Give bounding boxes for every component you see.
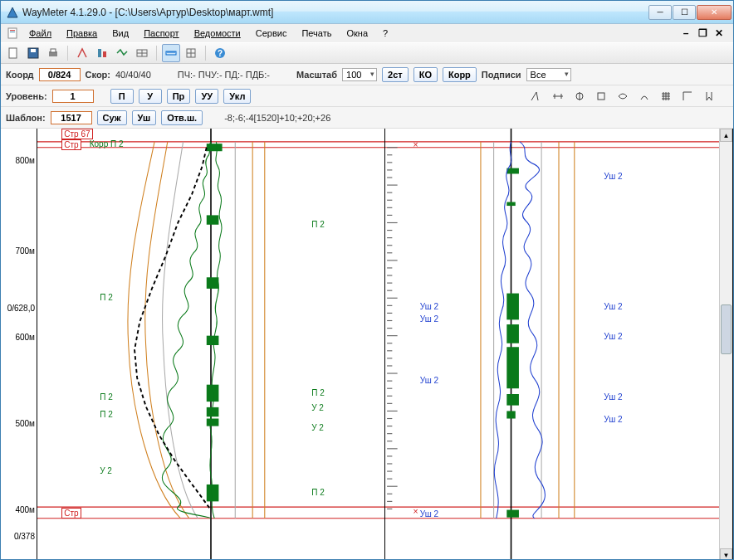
minimize-button[interactable]: ─: [648, 5, 672, 20]
svg-rect-9: [103, 51, 106, 57]
y-axis: 800м700м0/628,0600м500м400м0/378: [1, 129, 37, 560]
new-icon[interactable]: [4, 44, 22, 62]
btn-korr[interactable]: Корр: [443, 67, 477, 82]
btn-ko[interactable]: КО: [413, 67, 438, 82]
chart-annotation: Уш 2: [604, 172, 622, 181]
koord-value[interactable]: 0/824: [39, 68, 81, 81]
chart-annotation: У 2: [100, 466, 112, 475]
tmpl-value[interactable]: 1517: [51, 111, 92, 124]
save-icon[interactable]: [24, 44, 42, 62]
btn-2st[interactable]: 2ст: [382, 67, 409, 82]
btn-pr[interactable]: Пр: [167, 89, 191, 104]
chart-annotation: П 2: [100, 392, 113, 402]
svg-rect-8: [98, 49, 101, 57]
row2-tool-4-icon[interactable]: [592, 87, 610, 105]
tool-c[interactable]: [113, 44, 131, 62]
scale-combo[interactable]: 100: [342, 68, 377, 81]
podpisi-label: Подписи: [482, 70, 521, 80]
chart-annotation: Уш 2: [420, 509, 438, 519]
row2-tool-5-icon[interactable]: [614, 87, 632, 105]
tool-a[interactable]: [73, 44, 91, 62]
btn-p[interactable]: П: [110, 89, 134, 104]
btn-otvsh[interactable]: Отв.ш.: [161, 110, 203, 125]
skor-label: Скор:: [86, 70, 110, 80]
scroll-up-button[interactable]: ▲: [720, 129, 732, 142]
row2-tool-6-icon[interactable]: [635, 87, 653, 105]
row2-tool-3-icon[interactable]: [570, 87, 589, 105]
mdi-restore[interactable]: ❐: [697, 27, 708, 39]
btn-ush[interactable]: Уш: [132, 110, 157, 125]
params-row-1: Коорд 0/824 Скор: 40/40/40 ПЧ:- ПЧУ:- ПД…: [1, 64, 733, 85]
params-row-3: Шаблон: 1517 Суж Уш Отв.ш. -8;-6;-4[1520…: [1, 107, 733, 129]
doc-icon[interactable]: [4, 26, 21, 41]
window-title: WayMeter 4.1.29.0 - [C:\Users\Артур\Desk…: [22, 7, 648, 18]
svg-rect-0: [8, 28, 17, 38]
vertical-scrollbar[interactable]: ▲ ▼: [719, 129, 732, 560]
maximize-button[interactable]: ☐: [673, 5, 696, 20]
podpisi-combo[interactable]: Все: [526, 68, 571, 81]
left-plot: [37, 129, 384, 560]
chart-annotation: П 2: [311, 488, 325, 497]
koord-label: Коорд: [6, 70, 34, 80]
menu-print[interactable]: Печать: [295, 27, 338, 40]
row2-tool-7-icon[interactable]: [657, 87, 675, 105]
chart-content: 800м700м0/628,0600м500м400м0/378: [1, 129, 733, 560]
menu-help[interactable]: ?: [376, 27, 394, 40]
svg-rect-2: [10, 32, 15, 32]
menu-passport[interactable]: Паспорт: [137, 27, 186, 40]
scroll-track[interactable]: [720, 142, 732, 548]
tool-ruler-icon[interactable]: [162, 44, 180, 62]
row2-tool-1-icon[interactable]: [527, 87, 546, 105]
svg-rect-94: [506, 324, 519, 343]
btn-ukl[interactable]: Укл: [223, 89, 251, 104]
titlebar: WayMeter 4.1.29.0 - [C:\Users\Артур\Desk…: [1, 1, 733, 24]
svg-rect-96: [506, 394, 519, 406]
scroll-down-button[interactable]: ▼: [720, 548, 732, 560]
mdi-close[interactable]: ✕: [713, 27, 725, 39]
right-plot: × ×: [385, 129, 732, 560]
svg-rect-7: [51, 49, 56, 52]
row2-tool-9-icon[interactable]: [700, 87, 718, 105]
tool-d[interactable]: [133, 44, 151, 62]
chart-annotation: Уш 2: [420, 314, 438, 324]
btn-suj[interactable]: Суж: [97, 110, 127, 125]
menubar: Файл Правка Вид Паспорт Ведомости Сервис…: [1, 24, 733, 42]
print-icon[interactable]: [44, 44, 62, 62]
menu-vedomosti[interactable]: Ведомости: [188, 27, 247, 40]
svg-rect-92: [506, 202, 515, 207]
app-icon: [6, 6, 19, 19]
tool-grid-icon[interactable]: [182, 44, 200, 62]
menu-edit[interactable]: Правка: [60, 27, 104, 40]
btn-u[interactable]: У: [139, 89, 162, 104]
row2-tool-8-icon[interactable]: [678, 87, 697, 105]
svg-rect-5: [31, 49, 36, 52]
chart-annotation: Стр: [61, 508, 81, 519]
chart-panel-right[interactable]: × ×: [385, 129, 733, 560]
chart-panel-left[interactable]: Стр 67СтрКорр П 2П 2П 2П 2У 2П 2П 2У 2У …: [37, 129, 385, 560]
toolbar-separator: [67, 46, 68, 61]
level-value[interactable]: 1: [52, 90, 94, 103]
toolbar-separator: [205, 46, 206, 61]
y-tick: 400м: [15, 504, 35, 514]
menu-view[interactable]: Вид: [105, 27, 135, 40]
tool-b[interactable]: [93, 44, 111, 62]
btn-uu[interactable]: УУ: [195, 89, 218, 104]
mdi-minimize[interactable]: –: [680, 27, 692, 39]
chart-annotation: Стр: [61, 139, 81, 150]
scroll-thumb[interactable]: [721, 304, 732, 354]
params-row-2: Уровень: 1 П У Пр УУ Укл: [1, 85, 733, 107]
chart-annotation: Уш 2: [420, 302, 438, 311]
close-button[interactable]: ✕: [697, 5, 732, 20]
toolbar: ?: [1, 42, 733, 64]
menu-file[interactable]: Файл: [22, 27, 58, 40]
menu-windows[interactable]: Окна: [340, 27, 374, 40]
y-tick: 500м: [15, 418, 35, 427]
help-icon[interactable]: ?: [211, 44, 229, 62]
y-tick: 800м: [15, 156, 35, 165]
svg-text:×: ×: [413, 139, 418, 149]
svg-rect-95: [506, 347, 519, 388]
chart-annotation: П 2: [311, 220, 325, 229]
menu-service[interactable]: Сервис: [249, 27, 294, 40]
row2-tool-2-icon[interactable]: [549, 87, 567, 105]
svg-rect-23: [207, 215, 219, 224]
